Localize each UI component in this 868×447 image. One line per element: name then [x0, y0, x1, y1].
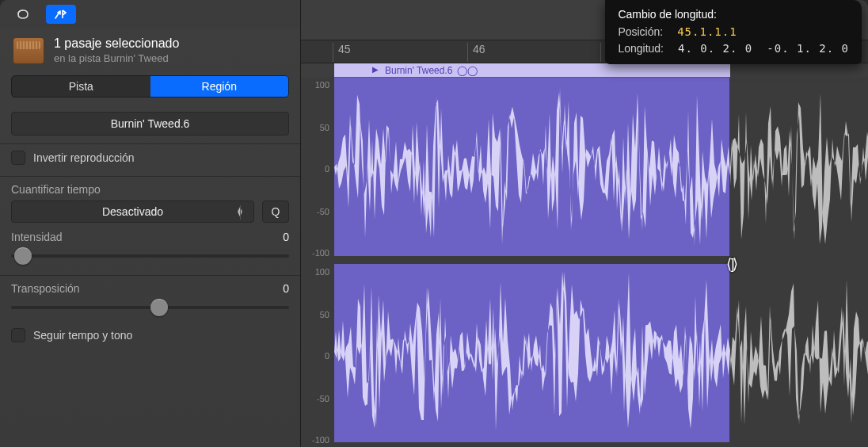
play-icon: ▶: [372, 65, 379, 74]
reverse-playback-row[interactable]: Invertir reproducción: [11, 151, 289, 165]
tooltip-delta-value: -0. 1. 2. 0: [767, 40, 849, 56]
track-amp-icon: [13, 37, 44, 64]
waveform-svg: [334, 78, 730, 256]
catch-playhead-icon: [53, 9, 69, 20]
axis-label: 100: [301, 81, 334, 90]
reverse-playback-label: Invertir reproducción: [33, 151, 135, 164]
quantize-apply-button[interactable]: Q: [262, 201, 289, 223]
unselected-audio[interactable]: [730, 78, 868, 256]
quantize-dropdown[interactable]: Desactivado ▲▼: [11, 201, 254, 223]
region-name-field[interactable]: Burnin' Tweed.6: [11, 112, 289, 136]
selection-header: 1 pasaje seleccionado en la pista Burnin…: [0, 29, 300, 74]
loop-mode-button[interactable]: [8, 5, 38, 24]
tooltip-length-key: Longitud:: [618, 40, 664, 56]
length-change-tooltip: Cambio de longitud: Posición: 45.1.1.1 L…: [605, 0, 862, 64]
unselected-audio[interactable]: [730, 264, 868, 442]
axis-label: -50: [301, 395, 334, 403]
follow-tempo-checkbox[interactable]: [11, 328, 25, 342]
strength-label: Intensidad: [11, 231, 63, 243]
waveform-channel-left[interactable]: [334, 78, 868, 256]
track-region-segmented[interactable]: Pista Región: [11, 75, 289, 97]
selected-audio-region[interactable]: [334, 264, 730, 442]
transpose-value: 0: [283, 282, 289, 295]
selected-audio-region[interactable]: [334, 78, 730, 256]
tooltip-title: Cambio de longitud:: [618, 6, 849, 22]
loop-icon: [15, 9, 31, 20]
quantize-q-label: Q: [272, 205, 280, 218]
waveform-svg-ghost: [730, 78, 868, 256]
ruler-tick: 45: [333, 43, 351, 62]
region-clip-header[interactable]: ▶ Burnin' Tweed.6 ◯◯: [334, 63, 730, 78]
axis-label: -50: [301, 208, 334, 216]
quantize-value: Desactivado: [102, 205, 163, 218]
catch-playhead-button[interactable]: [46, 5, 76, 24]
inspector-panel: 1 pasaje seleccionado en la pista Burnin…: [0, 0, 301, 447]
follow-tempo-label: Seguir tempo y tono: [33, 329, 132, 342]
tab-track[interactable]: Pista: [12, 76, 150, 97]
audio-editor[interactable]: 45 46 47 ▶ Burnin' Tweed.6 ◯◯ 100 50 0 -…: [301, 0, 868, 447]
waveform-svg: [334, 264, 730, 442]
axis-label: -100: [301, 436, 334, 445]
transpose-label: Transposición: [11, 282, 80, 295]
strength-slider-thumb[interactable]: [14, 247, 32, 265]
waveform-channel-right[interactable]: [334, 264, 868, 442]
axis-label: 100: [301, 268, 334, 277]
axis-label: 0: [301, 352, 334, 361]
strength-value: 0: [283, 231, 289, 243]
stereo-icon: ◯◯: [457, 65, 478, 76]
tooltip-position-value: 45.1.1.1: [677, 24, 737, 40]
tooltip-position-key: Posición:: [618, 24, 663, 40]
clip-name: Burnin' Tweed.6: [385, 65, 452, 76]
axis-label: 0: [301, 165, 334, 174]
reverse-playback-checkbox[interactable]: [11, 151, 25, 165]
selection-subtitle: en la pista Burnin' Tweed: [54, 52, 179, 64]
axis-label: 50: [301, 311, 334, 319]
quantize-label: Cuantificar tiempo: [11, 183, 289, 196]
axis-label: 50: [301, 124, 334, 132]
chevron-updown-icon: ▲▼: [236, 207, 244, 216]
strength-slider[interactable]: [11, 248, 289, 264]
slider-track: [11, 254, 289, 258]
tab-region[interactable]: Región: [150, 76, 289, 97]
waveform-area[interactable]: 100 50 0 -50 -100 100 50 0 -50 -100: [301, 78, 868, 447]
axis-label: -100: [301, 249, 334, 258]
waveform-svg-ghost: [730, 264, 868, 442]
inspector-toolbar: [0, 0, 300, 29]
transpose-slider-thumb[interactable]: [150, 299, 168, 316]
region-name-value: Burnin' Tweed.6: [111, 117, 190, 130]
follow-tempo-row[interactable]: Seguir tempo y tono: [11, 328, 289, 342]
ruler-tick: 46: [467, 43, 485, 62]
selection-title: 1 pasaje seleccionado: [54, 36, 179, 51]
tooltip-length-value: 4. 0. 2. 0: [678, 40, 752, 56]
transpose-slider[interactable]: [11, 300, 289, 315]
region-resize-cursor-icon: ⟨]⟩: [721, 255, 743, 273]
